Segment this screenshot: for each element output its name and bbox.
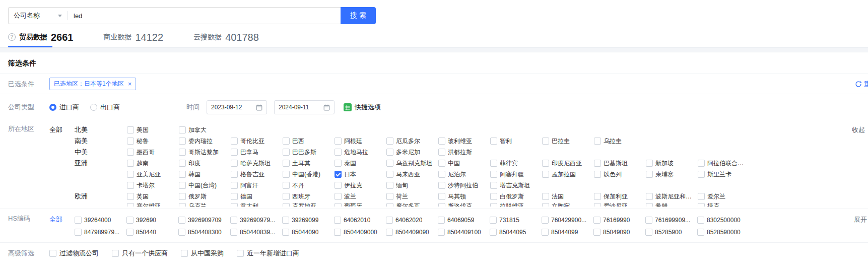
region-option[interactable]: 克罗地亚 <box>283 202 335 207</box>
search-button[interactable]: 搜 索 <box>341 7 376 24</box>
hs-code-option[interactable]: 8528590000 <box>697 229 749 236</box>
region-option[interactable]: 立陶宛 <box>542 202 594 207</box>
hs-code-option[interactable]: 3926909709 <box>178 217 230 224</box>
hs-code-option[interactable]: 760429900... <box>542 217 593 224</box>
date-to-input[interactable]: 2024-09-11 <box>274 100 335 114</box>
hs-code-option[interactable]: 85044095 <box>490 229 542 236</box>
region-option[interactable]: 土耳其 <box>283 159 335 168</box>
hs-code-option[interactable]: 8504409090 <box>386 229 438 236</box>
region-option[interactable]: 柬埔寨 <box>646 170 698 179</box>
region-option[interactable]: 波斯尼亚和黑塞哥维那 <box>646 192 698 201</box>
region-option[interactable]: 哈萨克斯坦 <box>231 159 283 168</box>
region-option[interactable]: 斯洛伐克 <box>438 202 490 207</box>
hs-code-option[interactable]: 761699909... <box>645 217 697 224</box>
region-option[interactable]: 德国 <box>231 192 283 201</box>
region-option[interactable]: 中国(香港) <box>283 170 335 179</box>
region-option[interactable]: 巴拿马 <box>231 148 283 157</box>
region-option[interactable]: 捷克 <box>698 202 750 207</box>
region-option[interactable]: 危地马拉 <box>335 148 386 157</box>
region-option[interactable]: 巴拉圭 <box>542 137 594 146</box>
region-option[interactable]: 日本 <box>335 170 386 179</box>
hs-code-option[interactable]: 85285900 <box>645 229 697 236</box>
region-option[interactable]: 以色列 <box>594 170 646 179</box>
region-option[interactable]: 乌拉圭 <box>594 137 646 146</box>
hs-code-option[interactable]: 850440839... <box>230 229 282 236</box>
tab-business-data[interactable]: 商业数据14122 <box>104 32 164 47</box>
region-option[interactable]: 印度尼西亚 <box>542 159 594 168</box>
region-option[interactable]: 卡塔尔 <box>127 181 179 190</box>
region-option[interactable]: 塔吉克斯坦 <box>490 181 542 190</box>
region-option[interactable]: 格鲁吉亚 <box>231 170 283 179</box>
region-option[interactable]: 菲律宾 <box>490 159 542 168</box>
region-option[interactable]: 保加利亚 <box>594 192 646 201</box>
region-option[interactable]: 塞尔维亚 <box>127 202 179 207</box>
hs-code-option[interactable]: 64069059 <box>438 217 490 224</box>
region-option[interactable]: 摩尔多瓦 <box>386 202 438 207</box>
region-option[interactable]: 葡萄牙 <box>335 202 386 207</box>
hs-code-option[interactable]: 85049090 <box>593 229 645 236</box>
region-option[interactable]: 伊拉克 <box>335 181 386 190</box>
hs-code-option[interactable]: 39269099 <box>282 217 334 224</box>
region-option[interactable]: 阿富汗 <box>231 181 283 190</box>
region-option[interactable]: 美国 <box>127 126 179 134</box>
hs-code-option[interactable]: 850440 <box>126 229 178 236</box>
region-option[interactable]: 墨西哥 <box>127 148 179 157</box>
region-option[interactable]: 巴巴多斯 <box>283 148 335 157</box>
region-option[interactable]: 智利 <box>490 137 542 146</box>
hs-code-option[interactable]: 392690 <box>126 217 178 224</box>
hs-code-option[interactable]: 64062020 <box>386 217 438 224</box>
advanced-filter-option[interactable]: 近一年新增进口商 <box>237 249 299 258</box>
tab-cloud-search-data[interactable]: 云搜数据401788 <box>193 32 259 47</box>
tab-trade-data[interactable]: ?贸易数据2661 <box>8 32 74 47</box>
hs-code-option[interactable]: 392690979... <box>230 217 282 224</box>
advanced-filter-option[interactable]: 过滤物流公司 <box>49 249 99 258</box>
region-option[interactable]: 乌克兰 <box>179 202 231 207</box>
region-option[interactable]: 厄瓜多尔 <box>386 137 438 146</box>
region-option[interactable]: 玻利维亚 <box>438 137 490 146</box>
quick-options-button[interactable]: 快捷选项 <box>344 103 381 112</box>
hs-code-option[interactable]: 8504409100 <box>438 229 490 236</box>
region-option[interactable]: 中国 <box>438 159 490 168</box>
reset-button[interactable]: 重置 <box>855 80 868 89</box>
hs-code-option[interactable]: 76169990 <box>593 217 645 224</box>
hs-code-option[interactable]: 64062010 <box>334 217 386 224</box>
region-option[interactable]: 孟加拉国 <box>542 170 594 179</box>
hs-code-option[interactable]: 39264000 <box>75 217 126 224</box>
region-option[interactable]: 中国(台湾) <box>179 181 231 190</box>
hs-code-option[interactable]: 847989979... <box>75 229 126 236</box>
region-option[interactable]: 意大利 <box>231 202 283 207</box>
region-option[interactable]: 不丹 <box>283 181 335 190</box>
region-option[interactable]: 希腊 <box>646 202 698 207</box>
region-option[interactable]: 缅甸 <box>386 181 438 190</box>
hs-code-option[interactable]: 8302500000 <box>697 217 749 224</box>
advanced-filter-option[interactable]: 只有一个供应商 <box>112 249 168 258</box>
company-type-radio-exporter[interactable]: 出口商 <box>90 103 120 112</box>
region-option[interactable]: 哥伦比亚 <box>231 137 283 146</box>
region-option[interactable]: 阿拉伯联合酋长国 <box>698 159 750 168</box>
region-option[interactable]: 委内瑞拉 <box>179 137 231 146</box>
region-option[interactable]: 波兰 <box>335 192 386 201</box>
region-option[interactable]: 马其顿 <box>438 192 490 201</box>
region-option[interactable]: 泰国 <box>335 159 386 168</box>
region-option[interactable]: 尼泊尔 <box>438 170 490 179</box>
region-option[interactable]: 印度 <box>179 159 231 168</box>
region-option[interactable]: 西班牙 <box>283 192 335 201</box>
company-type-radio-importer[interactable]: 进口商 <box>49 103 79 112</box>
advanced-filter-option[interactable]: 从中国采购 <box>181 249 224 258</box>
hs-code-option[interactable]: 8504409000 <box>334 229 386 236</box>
region-option[interactable]: 亚美尼亚 <box>127 170 179 179</box>
region-option[interactable]: 加拿大 <box>179 126 231 134</box>
close-icon[interactable]: × <box>128 81 132 87</box>
date-from-input[interactable]: 2023-09-12 <box>207 100 267 114</box>
region-option[interactable]: 哥斯达黎加 <box>179 148 231 157</box>
region-option[interactable]: 越南 <box>127 159 179 168</box>
region-option[interactable]: 俄罗斯 <box>179 192 231 201</box>
expand-button[interactable]: 展开 <box>854 215 867 224</box>
region-option[interactable]: 新加坡 <box>646 159 698 168</box>
hs-all-button[interactable]: 全部 <box>49 214 75 224</box>
hs-code-option[interactable]: 85044090 <box>282 229 334 236</box>
region-option[interactable]: 斯里兰卡 <box>698 170 750 179</box>
region-option[interactable]: 巴西 <box>283 137 335 146</box>
region-option[interactable]: 乌兹别克斯坦 <box>386 159 438 168</box>
region-option[interactable]: 多米尼加 <box>386 148 438 157</box>
